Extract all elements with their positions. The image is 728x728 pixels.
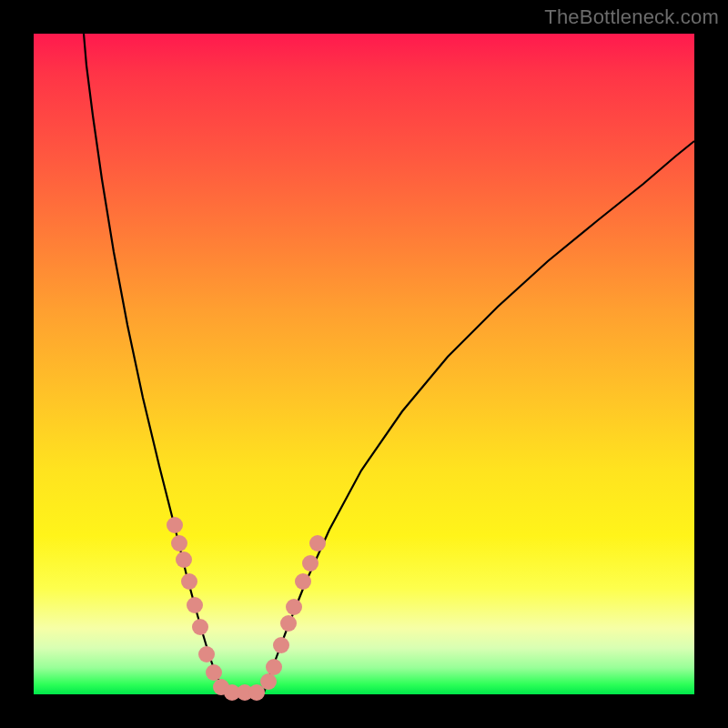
plot-area (34, 34, 694, 694)
data-dot (206, 664, 222, 681)
chart-frame: TheBottleneck.com (0, 0, 728, 728)
data-dot (280, 615, 297, 632)
curve-left-branch (84, 34, 225, 693)
curve-right-branch (264, 141, 694, 693)
data-dot (286, 599, 302, 615)
data-dot (167, 517, 183, 533)
data-dot (309, 535, 326, 551)
data-dots (167, 517, 326, 701)
data-dot (187, 597, 203, 613)
data-dot (302, 555, 318, 571)
data-dot (181, 573, 197, 590)
data-dot (260, 673, 277, 690)
data-dot (266, 659, 282, 675)
data-dot (198, 646, 215, 662)
data-dot (295, 573, 311, 590)
data-dot (273, 637, 289, 653)
curve-group (84, 34, 694, 693)
data-dot (192, 619, 208, 635)
watermark-text: TheBottleneck.com (544, 5, 719, 29)
data-dot (176, 551, 192, 568)
data-dot (171, 535, 187, 551)
bottleneck-curve (34, 34, 694, 694)
